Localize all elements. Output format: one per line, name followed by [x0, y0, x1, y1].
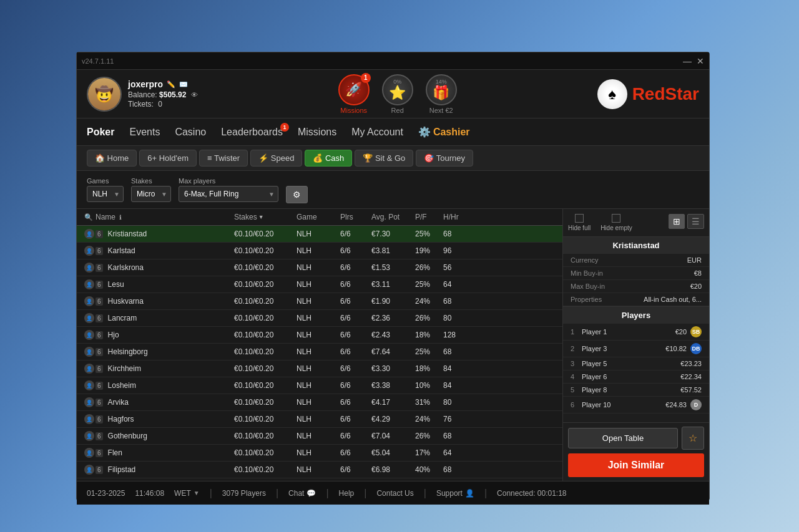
games-select[interactable]: NLH — [87, 186, 124, 202]
table-row[interactable]: 👤 6 Gothenburg €0.10/€0.20 NLH 6/6 €7.04… — [77, 428, 562, 445]
nav-myaccount[interactable]: My Account — [351, 120, 403, 144]
divider-3: | — [326, 488, 328, 499]
nav-missions[interactable]: Missions — [298, 120, 336, 144]
table-num-badge: 6 — [96, 230, 103, 238]
subnav-cash[interactable]: 💰 Cash — [305, 150, 352, 167]
red-button[interactable]: 0% ⭐ Red — [382, 74, 413, 114]
list-view-button[interactable]: ☰ — [687, 214, 704, 229]
info-icon[interactable]: ℹ — [119, 214, 122, 221]
th-hhr-label: H/Hr — [443, 213, 459, 221]
maxplayers-select[interactable]: 6-Max, Full Ring — [179, 186, 278, 202]
td-stakes: €0.10/€0.20 — [232, 260, 294, 275]
stakes-select[interactable]: Micro — [131, 186, 171, 202]
hide-empty-option[interactable]: Hide empty — [600, 214, 632, 231]
detail-value: €8 — [694, 269, 702, 277]
td-name: 👤 6 Kristianstad — [82, 226, 232, 242]
nav-casino[interactable]: Casino — [175, 120, 206, 144]
nav-leaderboards[interactable]: Leaderboards 1 — [221, 120, 283, 144]
minimize-button[interactable]: — — [683, 56, 692, 66]
table-num-badge: 6 — [96, 432, 103, 440]
missions-button[interactable]: 🚀 1 Missions — [338, 74, 370, 114]
subnav-speed[interactable]: ⚡ Speed — [250, 150, 302, 167]
status-timezone: WET ▼ — [174, 489, 200, 498]
subnav-tourney[interactable]: 🎯 Tourney — [416, 150, 473, 167]
player-amount: €57.52 — [680, 386, 702, 394]
table-icons: 👤 6 — [84, 279, 104, 289]
balance-row: Balance: $505.92 👁 — [128, 90, 198, 99]
td-name: 👤 6 Huskvarna — [82, 293, 232, 309]
td-avgpot: €2.08 — [369, 479, 413, 481]
favorite-button[interactable]: ☆ — [682, 427, 704, 450]
table-row[interactable]: 👤 6 Hjo €0.10/€0.20 NLH 6/6 €2.43 18% 12… — [77, 327, 562, 344]
open-table-button[interactable]: Open Table — [568, 428, 678, 448]
player-row: 1 Player 1 €20 SB — [563, 324, 709, 341]
next-button[interactable]: 14% 🎁 Next €2 — [426, 74, 457, 114]
table-row[interactable]: 👤 6 Hagfors €0.10/€0.20 NLH 6/6 €4.29 24… — [77, 411, 562, 428]
balance-amount: $505.92 — [159, 90, 186, 99]
table-row[interactable]: 👤 6 Karlstad €0.10/€0.20 NLH 6/6 €3.81 1… — [77, 243, 562, 259]
search-icon[interactable]: 🔍 — [84, 213, 93, 221]
player-num: 4 — [571, 373, 578, 380]
table-row[interactable]: 👤 6 Flen €0.10/€0.20 NLH 6/6 €5.04 17% 6… — [77, 445, 562, 462]
filters-row: Games NLH ▼ Stakes Micro ▼ Max players 6… — [77, 171, 709, 209]
table-icon-1: 👤 — [84, 296, 94, 306]
nav-cashier[interactable]: ⚙️Cashier — [418, 120, 470, 144]
detail-row: Max Buy-in €20 — [563, 280, 709, 293]
join-similar-button[interactable]: Join Similar — [568, 453, 704, 477]
avatar-image: 🤠 — [88, 78, 120, 110]
td-pf: 25% — [413, 277, 441, 292]
nav-poker[interactable]: Poker — [87, 120, 114, 144]
td-plrs: 6/6 — [338, 361, 369, 376]
table-row[interactable]: 👤 6 Karlskrona €0.10/€0.20 NLH 6/6 €1.53… — [77, 259, 562, 276]
subnav-holdem[interactable]: 6+ Hold'em — [139, 150, 197, 167]
hide-empty-checkbox[interactable] — [612, 214, 620, 223]
table-row[interactable]: 👤 6 Filipstad €0.10/€0.20 NLH 6/6 €6.98 … — [77, 462, 562, 478]
status-support[interactable]: Support 👤 — [436, 489, 474, 498]
td-stakes: €0.10/€0.20 — [232, 412, 294, 427]
edit-icon[interactable]: ✏️ — [167, 80, 175, 89]
subnav-sitgo[interactable]: 🏆 Sit & Go — [355, 150, 413, 167]
td-hhr: 68 — [441, 428, 475, 443]
header-icons: 🚀 1 Missions 0% ⭐ Red 14% 🎁 Next €2 — [338, 74, 457, 114]
td-pf: 17% — [413, 445, 441, 460]
table-row[interactable]: 👤 6 Kristianstad €0.10/€0.20 NLH 6/6 €7.… — [77, 226, 562, 243]
subnav-twister[interactable]: ≡ Twister — [199, 150, 248, 167]
td-name: 👤 6 Falun — [82, 478, 232, 481]
hide-balance-icon[interactable]: 👁 — [191, 91, 198, 99]
table-row[interactable]: 👤 6 Lesu €0.10/€0.20 NLH 6/6 €3.11 25% 6… — [77, 276, 562, 293]
td-name: 👤 6 Helsingborg — [82, 344, 232, 360]
help-text: Help — [339, 489, 355, 498]
close-button[interactable]: ✕ — [697, 56, 704, 66]
hide-full-checkbox[interactable] — [575, 214, 584, 223]
table-row[interactable]: 👤 6 Arvika €0.10/€0.20 NLH 6/6 €4.17 31%… — [77, 394, 562, 411]
td-stakes: €0.10/€0.20 — [232, 243, 294, 258]
status-chat[interactable]: Chat 💬 — [288, 489, 316, 498]
hide-full-option[interactable]: Hide full — [568, 214, 591, 231]
player-row: 6 Player 10 €24.83 D — [563, 397, 709, 414]
table-row[interactable]: 👤 6 Falun €0.10/€0.20 NLH 6/6 €2.08 15% … — [77, 478, 562, 481]
status-help[interactable]: Help — [339, 489, 355, 498]
table-row[interactable]: 👤 6 Huskvarna €0.10/€0.20 NLH 6/6 €1.90 … — [77, 293, 562, 310]
players-text: 3079 Players — [222, 489, 266, 498]
timezone-dropdown-icon[interactable]: ▼ — [194, 490, 200, 496]
table-row[interactable]: 👤 6 Helsingborg €0.10/€0.20 NLH 6/6 €7.6… — [77, 344, 562, 360]
subnav-home[interactable]: 🏠 Home — [87, 150, 137, 167]
td-hhr: 56 — [441, 260, 475, 275]
email-icon[interactable]: ✉️ — [179, 80, 188, 89]
filter-button[interactable]: ⚙ — [286, 186, 308, 203]
table-row[interactable]: 👤 6 Kirchheim €0.10/€0.20 NLH 6/6 €3.30 … — [77, 360, 562, 377]
td-pf: 10% — [413, 378, 441, 393]
td-game: NLH — [294, 479, 338, 481]
detail-rows: Currency EUR Min Buy-in €8 Max Buy-in €2… — [563, 254, 709, 306]
balance-label: Balance: — [128, 90, 157, 99]
nav-events[interactable]: Events — [129, 120, 160, 144]
th-stakes[interactable]: Stakes ▼ — [232, 209, 294, 225]
grid-view-button[interactable]: ⊞ — [669, 214, 685, 229]
status-contact[interactable]: Contact Us — [376, 489, 413, 498]
th-avgpot-label: Avg. Pot — [371, 213, 400, 221]
stakes-label: Stakes — [131, 177, 171, 185]
table-row[interactable]: 👤 6 Losheim €0.10/€0.20 NLH 6/6 €3.38 10… — [77, 377, 562, 394]
player-badge: DB — [690, 343, 702, 354]
td-name: 👤 6 Flen — [82, 445, 232, 461]
table-row[interactable]: 👤 6 Lancram €0.10/€0.20 NLH 6/6 €2.36 26… — [77, 310, 562, 327]
